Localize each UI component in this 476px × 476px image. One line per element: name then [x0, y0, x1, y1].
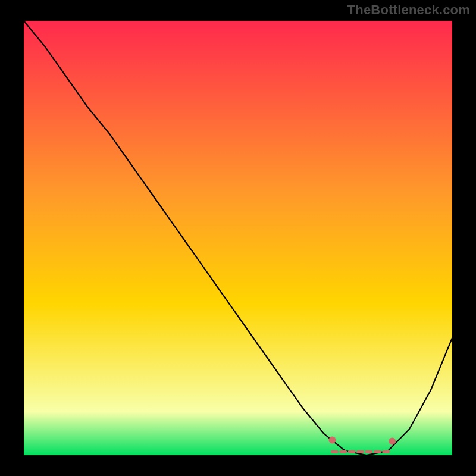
gradient-background	[24, 21, 452, 455]
chart-container: TheBottleneck.com	[0, 0, 476, 476]
svg-point-1	[389, 438, 396, 445]
chart-svg	[24, 21, 452, 455]
plot-area	[24, 21, 452, 455]
watermark-text: TheBottleneck.com	[347, 2, 470, 18]
svg-point-0	[328, 437, 336, 444]
